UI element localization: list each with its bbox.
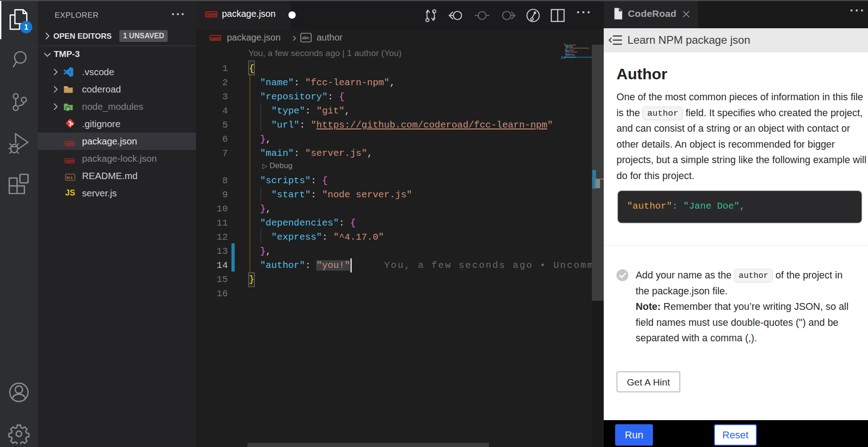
svg-text:npm: npm [206, 12, 216, 17]
svg-text:npm: npm [66, 159, 74, 163]
svg-text:M: M [67, 175, 70, 180]
svg-text:js: js [67, 107, 70, 111]
svg-text:npm: npm [66, 141, 74, 146]
svg-text:abc: abc [302, 36, 309, 40]
svg-text:npm: npm [211, 36, 220, 41]
